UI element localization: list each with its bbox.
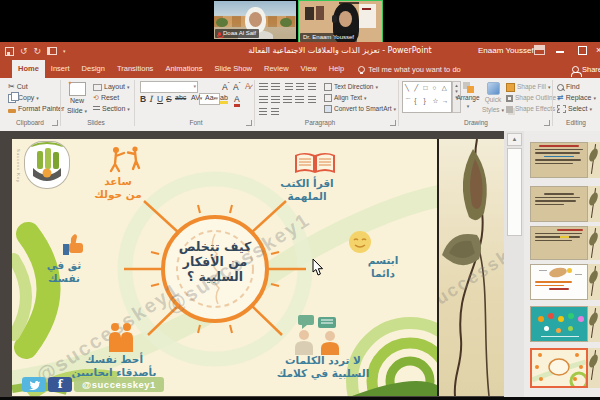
participant-name: Doaa Al Saif [223,30,256,37]
increase-indent-icon[interactable] [296,83,304,91]
reset-button[interactable]: ⟲Reset [93,93,119,103]
find-button[interactable]: Find [557,82,580,92]
tell-me-box[interactable]: Tell me what you want to do [358,60,461,78]
minimize-button[interactable] [556,51,564,53]
slide-thumbnail-2[interactable] [530,186,588,222]
align-text-button[interactable]: Align Text▾ [324,93,367,103]
facebook-icon: f [48,377,72,392]
underline-button[interactable]: U [157,94,163,104]
rtl-direction-icon[interactable] [259,108,267,116]
thumbnail-leaf-decor [588,306,600,342]
new-slide-button[interactable]: New Slide▾ [64,82,90,116]
slide-item-help-others[interactable]: ساعدمن حولك [88,175,148,201]
scroll-up-arrow[interactable]: ▲ [507,133,522,146]
select-button[interactable]: Select▾ [557,104,592,114]
close-button[interactable]: × [596,45,600,55]
copy-button[interactable]: Copy▾ [8,93,39,103]
justify-icon[interactable] [295,96,304,104]
slide-item-positive-friends[interactable]: أحط نفسكبأصدقاء ايجابيين [64,353,164,379]
slide-thumbnail-5[interactable] [530,306,588,342]
editing-group-label: Editing [556,119,596,126]
ltr-direction-icon[interactable] [271,108,279,116]
slide-thumbnail-3[interactable] [530,226,588,260]
line-spacing-icon[interactable] [308,83,316,91]
font-color-button[interactable]: A [234,94,240,107]
layout-icon [93,84,102,91]
scrollbar-thumb[interactable] [507,148,522,236]
shrink-font-button[interactable]: Aˇ [233,81,240,92]
strikethrough-button[interactable]: S [166,94,172,104]
bold-button[interactable]: B [140,94,146,104]
ribbon-display-options-button[interactable] [534,45,545,55]
section-button[interactable]: Section▾ [93,104,130,114]
tab-view[interactable]: View [295,60,323,78]
slide-item-smile[interactable]: ابتسمدائما [358,254,408,280]
redo-icon[interactable]: ↻ [34,45,42,57]
font-group-label: Font [170,119,222,126]
shapes-gallery[interactable]: ╲ ╱ □ ○ △ ⌒ { } ☆ → ▴▾▾ [402,81,461,113]
participant-video-doaa[interactable]: Doaa Al Saif [214,1,296,39]
italic-button[interactable]: I [149,94,152,104]
tab-transitions[interactable]: Transitions [111,60,159,78]
slide-center-question[interactable]: كيف تتخلص من الأفكار السلبية ؟ [163,239,267,284]
slide-thumbnail-4[interactable] [530,264,588,300]
slide-item-no-negative-words[interactable]: لا تردد الكلماتالسلبية في كلامك [267,354,379,380]
ribbon-tab-row: Home Insert Design Transitions Animation… [0,60,600,78]
restore-button[interactable] [578,46,587,55]
format-painter-button[interactable]: Format Painter [8,104,64,114]
shadow-abc-button[interactable]: abc [175,94,186,101]
drawing-group-label: Drawing [448,119,504,126]
paragraph-dialog-launcher[interactable] [390,120,396,126]
clear-formatting-button[interactable]: A̷ [245,81,251,91]
account-name[interactable]: Enaam Youssef [478,45,534,57]
change-case-button[interactable]: Aa▾ [205,94,216,101]
shape-star-icon: ☆ [433,97,440,110]
tab-review[interactable]: Review [258,60,295,78]
shape-line2-icon: ╱ [414,84,421,97]
undo-icon[interactable]: ↺ [20,45,28,57]
shape-fill-button[interactable]: Shape Fill▾ [506,82,550,92]
slide-item-read-books[interactable]: اقرأ الكتبالملهمة [274,177,340,203]
thumbnail-leaf-decor [588,264,600,300]
convert-smartart-button[interactable]: Convert to SmartArt▾ [324,104,396,114]
participant-name-label: Dr. Enaam Youssef [300,33,357,42]
character-spacing-button[interactable]: AV▾ [191,94,202,101]
cut-button[interactable]: ✂Cut [8,82,28,92]
share-button[interactable]: Share [572,60,600,78]
current-slide[interactable]: @successkey1 @successkey1 Success Key [12,139,437,396]
customize-qat-icon[interactable]: ▾ [63,45,66,57]
text-direction-button[interactable]: Text Direction▾ [324,82,378,92]
align-right-icon[interactable] [283,96,292,104]
align-center-icon[interactable] [271,96,280,104]
tab-animations[interactable]: Animations [159,60,208,78]
tab-help[interactable]: Help [323,60,350,78]
columns-icon[interactable] [308,96,316,104]
start-slideshow-icon[interactable] [47,47,57,55]
slide-thumbnail-1[interactable] [530,142,588,178]
save-icon[interactable] [5,47,14,56]
slide-thumbnail-6-selected[interactable] [530,348,588,388]
tab-insert[interactable]: Insert [45,60,76,78]
grow-font-button[interactable]: Aˆ [222,81,229,92]
canvas-scrollbar[interactable]: ▲ [504,131,524,397]
slide-item-trust-yourself[interactable]: ثق فينفسك [36,259,92,285]
highlight-color-button[interactable]: ab [220,94,228,104]
tab-home[interactable]: Home [12,60,45,78]
tab-design[interactable]: Design [76,60,111,78]
arrange-button[interactable]: Arrange ▾ [456,82,480,109]
numbering-icon[interactable] [271,83,280,91]
bullets-icon[interactable] [259,83,268,91]
decrease-indent-icon[interactable] [285,83,293,91]
participant-video-enaam[interactable]: Dr. Enaam Youssef [298,0,383,44]
clipboard-dialog-launcher[interactable] [52,120,58,126]
shape-oval-icon: ○ [433,84,440,97]
quick-styles-icon [487,82,500,95]
tab-slide-show[interactable]: Slide Show [208,60,258,78]
replace-button[interactable]: ⇄Replace▾ [557,93,596,103]
drawing-dialog-launcher[interactable] [544,120,550,126]
align-left-icon[interactable] [259,96,268,104]
layout-button[interactable]: Layout▾ [93,82,130,92]
font-dialog-launcher[interactable] [246,120,252,126]
quick-styles-button[interactable]: Quick Styles▾ [481,82,505,115]
font-name-combobox[interactable] [140,81,198,93]
